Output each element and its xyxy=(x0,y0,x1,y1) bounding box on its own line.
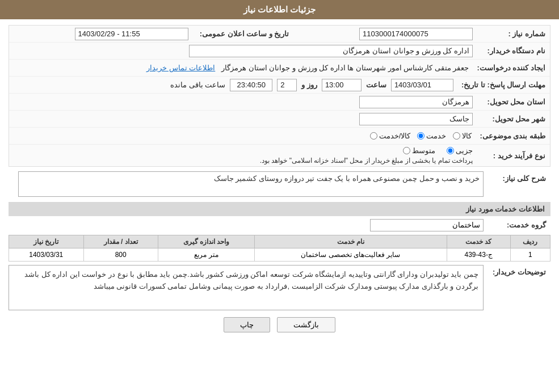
service-group-label: گروه خدمت: xyxy=(488,218,550,231)
radio-medium-input[interactable] xyxy=(403,147,410,154)
announce-date-input: 1403/02/29 - 11:55 xyxy=(75,28,188,40)
col-header-date: تاریخ نیاز xyxy=(9,235,84,248)
table-cell-1: ج-43-439 xyxy=(447,248,510,262)
purchase-type-note: پرداخت تمام یا بخشی از مبلغ خریدار از مح… xyxy=(12,157,473,165)
deadline-date-input: 1403/03/01 xyxy=(391,79,453,91)
deadline-countdown: 23:40:50 xyxy=(230,79,272,91)
service-group-input: ساختمان xyxy=(370,219,484,231)
content-area: شماره نیاز : 1103000174000075 تاریخ و سا… xyxy=(0,19,559,343)
deadline-value: 1403/03/01 ساعت 13:00 روز و 2 23:40:50 س… xyxy=(9,77,457,93)
col-header-service-name: نام خدمت xyxy=(255,235,447,248)
radio-service-input[interactable] xyxy=(417,132,424,140)
goods-service-label: کالا/خدمت xyxy=(379,132,411,140)
description-textarea[interactable] xyxy=(18,171,484,197)
button-row: بازگشت چاپ xyxy=(9,317,550,332)
category-radio-group: کالا/خدمت خدمت کالا xyxy=(12,132,472,140)
need-number-label: شماره نیاز : xyxy=(476,27,550,40)
radio-goods-input[interactable] xyxy=(453,132,460,140)
buyer-org-label: نام دستگاه خریدار: xyxy=(476,44,550,57)
service-label: خدمت xyxy=(426,132,446,140)
service-info-title: اطلاعات خدمات مورد نیاز xyxy=(9,202,550,216)
category-value: کالا/خدمت خدمت کالا xyxy=(9,130,475,142)
row-city: شهر محل تحویل: جاسک xyxy=(9,111,550,128)
col-header-quantity: تعداد / مقدار xyxy=(83,235,158,248)
medium-label: متوسط xyxy=(412,146,435,155)
category-label: طبقه بندی موضوعی: xyxy=(475,129,550,142)
announce-date-label: تاریخ و ساعت اعلان عمومی: xyxy=(192,27,294,40)
goods-label: کالا xyxy=(462,132,472,140)
table-cell-4: 800 xyxy=(83,248,158,262)
description-value-wrapper xyxy=(9,171,484,199)
purchase-type-label: نوع فرآیند خرید : xyxy=(476,149,550,162)
services-table: ردیف کد خدمت نام خدمت واحد اندازه گیری ت… xyxy=(9,235,550,262)
row-category: طبقه بندی موضوعی: کالا/خدمت خدمت کالا xyxy=(9,128,550,145)
deadline-days-input: 2 xyxy=(277,79,297,91)
city-value: جاسک xyxy=(9,111,476,127)
main-form: شماره نیاز : 1103000174000075 تاریخ و سا… xyxy=(9,25,550,167)
partial-label: جزیی xyxy=(456,146,473,155)
radio-partial[interactable]: جزیی xyxy=(447,146,473,155)
deadline-remaining-label: ساعت باقی مانده xyxy=(170,81,225,89)
radio-goods-service[interactable]: کالا/خدمت xyxy=(370,132,411,140)
row-purchase-type: نوع فرآیند خرید : متوسط جزیی پرداخت تمام… xyxy=(9,145,550,166)
notes-section: توضیحات خریدار: چمن باید تولیدبران ودارا… xyxy=(9,265,550,310)
row-deadline: مهلت ارسال پاسخ: تا تاریخ: 1403/03/01 سا… xyxy=(9,77,550,94)
radio-partial-input[interactable] xyxy=(447,147,454,154)
print-button[interactable]: چاپ xyxy=(224,317,270,332)
table-cell-0: 1 xyxy=(510,248,550,262)
description-label: شرح کلی نیاز: xyxy=(488,171,550,185)
province-input: هرمزگان xyxy=(359,96,473,108)
notes-text: چمن باید تولیدبران ودارای گارانتی وتایید… xyxy=(9,265,484,310)
table-header: ردیف کد خدمت نام خدمت واحد اندازه گیری ت… xyxy=(9,235,550,248)
back-button[interactable]: بازگشت xyxy=(277,317,335,332)
creator-text: جعفر متقی کارشناس امور شهرستان ها اداره … xyxy=(221,64,469,72)
deadline-time-input: 13:00 xyxy=(322,79,362,91)
row-creator: ایجاد کننده درخواست: جعفر متقی کارشناس ا… xyxy=(9,60,550,77)
service-group-value: ساختمان xyxy=(370,219,484,231)
row-need-number: شماره نیاز : 1103000174000075 تاریخ و سا… xyxy=(9,26,550,43)
page-title: جزئیات اطلاعات نیاز xyxy=(243,5,316,14)
city-input: جاسک xyxy=(359,113,473,125)
col-header-unit: واحد اندازه گیری xyxy=(158,235,254,248)
radio-goods[interactable]: کالا xyxy=(453,132,472,140)
table-header-row: ردیف کد خدمت نام خدمت واحد اندازه گیری ت… xyxy=(9,235,550,248)
buyer-org-value: اداره کل ورزش و جوانان استان هرمزگان xyxy=(9,43,476,59)
table-cell-2: سایر فعالیت‌های تخصصی ساختمان xyxy=(255,248,447,262)
page-header: جزئیات اطلاعات نیاز xyxy=(0,0,559,19)
purchase-type-radio-group: متوسط جزیی xyxy=(12,146,473,155)
purchase-type-value: متوسط جزیی پرداخت تمام یا بخشی از مبلغ خ… xyxy=(9,145,476,166)
deadline-date-row: 1403/03/01 ساعت 13:00 روز و 2 23:40:50 س… xyxy=(12,79,453,91)
row-province: استان محل تحویل: هرمزگان xyxy=(9,94,550,111)
need-number-value: 1103000174000075 xyxy=(294,26,477,42)
page-wrapper: جزئیات اطلاعات نیاز شماره نیاز : 1103000… xyxy=(0,0,559,392)
creator-contact-link[interactable]: اطلاعات تماس خریدار xyxy=(146,64,215,72)
deadline-time-label: ساعت xyxy=(366,81,386,89)
table-row: 1ج-43-439سایر فعالیت‌های تخصصی ساختمانمت… xyxy=(9,248,550,262)
table-cell-3: متر مربع xyxy=(158,248,254,262)
need-number-input: 1103000174000075 xyxy=(359,28,473,40)
description-section: شرح کلی نیاز: xyxy=(9,171,550,199)
service-group-row: گروه خدمت: ساختمان xyxy=(9,218,550,231)
radio-goods-service-input[interactable] xyxy=(370,132,377,140)
deadline-days-label: روز و xyxy=(301,81,317,89)
deadline-label: مهلت ارسال پاسخ: تا تاریخ: xyxy=(457,78,550,91)
notes-value-wrapper: چمن باید تولیدبران ودارای گارانتی وتایید… xyxy=(9,265,484,310)
city-label: شهر محل تحویل: xyxy=(476,112,550,125)
creator-value: جعفر متقی کارشناس امور شهرستان ها اداره … xyxy=(9,62,472,74)
radio-medium[interactable]: متوسط xyxy=(403,146,435,155)
table-cell-5: 1403/03/31 xyxy=(9,248,84,262)
notes-label: توضیحات خریدار: xyxy=(488,265,550,279)
col-header-service-code: کد خدمت xyxy=(447,235,510,248)
province-label: استان محل تحویل: xyxy=(476,95,550,108)
radio-service[interactable]: خدمت xyxy=(417,132,446,140)
row-buyer-org: نام دستگاه خریدار: اداره کل ورزش و جوانا… xyxy=(9,43,550,60)
buyer-org-input: اداره کل ورزش و جوانان استان هرمزگان xyxy=(189,45,473,57)
announce-date-value: 1403/02/29 - 11:55 xyxy=(9,26,192,42)
table-body: 1ج-43-439سایر فعالیت‌های تخصصی ساختمانمت… xyxy=(9,248,550,262)
col-header-row-num: ردیف xyxy=(510,235,550,248)
province-value: هرمزگان xyxy=(9,94,476,110)
creator-label: ایجاد کننده درخواست: xyxy=(472,61,550,74)
